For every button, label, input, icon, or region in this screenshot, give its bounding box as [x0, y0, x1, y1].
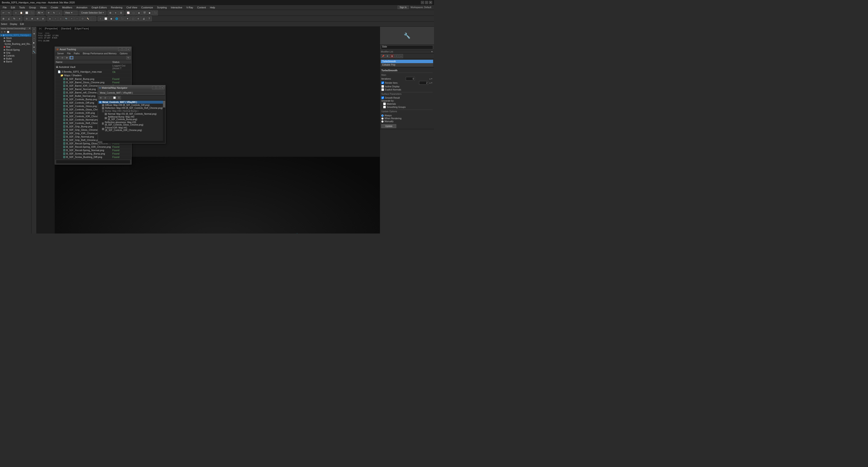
hierarchy-panel-btn[interactable]: ⬦: [32, 36, 36, 40]
rp-name-input[interactable]: Slide: [381, 45, 433, 49]
menu-rendering[interactable]: Rendering: [109, 6, 124, 9]
select-cameras[interactable]: 📷: [64, 16, 69, 21]
at-tb-btn4[interactable]: ⬛: [69, 56, 73, 59]
viewport-plus-label[interactable]: [+]: [38, 27, 42, 30]
mn-bottom-scroll[interactable]: [98, 141, 165, 143]
tree-item-stock[interactable]: Stock: [0, 37, 31, 39]
mn-tb3[interactable]: ↕: [108, 96, 112, 99]
at-row-bitmap-21[interactable]: 🖼 B_92F_Recoil-Spring_Normal.png Found: [55, 149, 131, 152]
at-minimize-btn[interactable]: ─: [118, 48, 122, 51]
at-menu-options[interactable]: Options: [119, 52, 129, 55]
mod-moveup-btn[interactable]: ↑: [395, 54, 399, 58]
select-by-name-button[interactable]: 📋: [19, 10, 24, 16]
menu-modifiers[interactable]: Modifiers: [60, 6, 74, 9]
mn-tb4[interactable]: ⬜: [112, 96, 116, 99]
mn-tb1[interactable]: ⊞: [99, 96, 103, 99]
mod-config-btn[interactable]: ⚙: [385, 54, 390, 58]
menu-tools[interactable]: Tools: [18, 6, 27, 9]
schematic-button[interactable]: ⬚: [131, 10, 136, 16]
mn-item-refl-gloss[interactable]: Reflection glossiness: Map #33 (B_92F_Co…: [98, 121, 165, 126]
maximize-button[interactable]: □: [425, 1, 428, 4]
mn-maximize-btn[interactable]: □: [156, 86, 160, 89]
at-row-bitmap-22[interactable]: 🖼 B_92F_Screw_Bushing_Bump.png Found: [55, 152, 131, 155]
at-row-bitmap-23[interactable]: 🖼 B_92F_Screw_Bushing_Diff.png Found: [55, 155, 131, 159]
scene-filter-btn[interactable]: ⊙: [0, 31, 3, 33]
spinner-snap[interactable]: ≡: [17, 16, 22, 21]
tree-item-barrel[interactable]: Barrel: [0, 60, 31, 63]
ts-smooth-check[interactable]: [381, 96, 384, 99]
at-path-input[interactable]: [56, 160, 130, 164]
mn-item-addl-bump[interactable]: Additional Bump: Map #40 (B_92F_Controls…: [98, 115, 165, 121]
at-menu-server[interactable]: Server: [56, 52, 65, 55]
at-maximize-btn[interactable]: □: [122, 48, 126, 51]
at-menu-bitmap[interactable]: Bitmap Performance and Memory: [81, 52, 118, 55]
tree-item-beretta[interactable]: ▶ Beretta_92FS_Handgun: [0, 34, 31, 37]
mn-item-diffuse[interactable]: Diffuse: Map #39 (B_92F_Controls_Diff.pn…: [98, 104, 165, 107]
tree-item-recoil[interactable]: Recoil-Spring: [0, 49, 31, 51]
menu-animation[interactable]: Animation: [74, 6, 89, 9]
close-button[interactable]: ✕: [429, 1, 432, 4]
viewport[interactable]: [+] [Perspective] [Standard] [Edged Face…: [37, 27, 380, 233]
ts-iter-input[interactable]: [406, 77, 415, 81]
ts-smoothgroups-check[interactable]: [383, 106, 386, 108]
menu-civil-view[interactable]: Civil View: [125, 6, 139, 9]
at-row-bitmap-0[interactable]: 🖼 B_92F_Barrel_Bump.png Found: [55, 77, 131, 81]
at-row-file[interactable]: 📄 3 Beretta_92FS_Handgun_max.max Ok: [55, 70, 131, 74]
invert-sel[interactable]: ⊘: [40, 16, 45, 21]
menu-vray[interactable]: V-Ray: [184, 6, 195, 9]
viewport-perspective-label[interactable]: [Perspective]: [43, 27, 59, 30]
filter-dropdown[interactable]: All ▼: [37, 11, 44, 15]
close-scene-button[interactable]: ✕: [29, 27, 31, 30]
menu-views[interactable]: Views: [38, 6, 49, 9]
viewport-standard-label[interactable]: [Standard]: [60, 27, 72, 30]
create-selection-set-button[interactable]: Create Selection Set ▼: [80, 11, 106, 15]
at-tb-btn3[interactable]: ⊠: [65, 56, 69, 59]
env-tool[interactable]: 🌐: [114, 16, 119, 21]
mn-scrollbar[interactable]: [163, 100, 165, 141]
render-to-tex[interactable]: ⬚: [130, 16, 135, 21]
at-tb-refresh[interactable]: ↻: [126, 56, 130, 59]
menu-graph-editors[interactable]: Graph Editors: [90, 6, 109, 9]
mn-item-bump[interactable]: Bump: Map #30 ( Normal Bump ): [98, 110, 165, 113]
print-size[interactable]: 🖨: [141, 16, 146, 21]
menu-customize[interactable]: Customize: [140, 6, 155, 9]
viewport-dropdown[interactable]: View ▼: [64, 11, 78, 15]
minimize-button[interactable]: ─: [421, 1, 424, 4]
modifier-list-dropdown[interactable]: ▼: [431, 51, 433, 53]
utilities-panel-btn[interactable]: 🔧: [32, 50, 36, 54]
render-material[interactable]: ◉: [109, 16, 114, 21]
mn-item-reflection[interactable]: Reflection: Map #49 (B_92F_Controls_Refl…: [98, 107, 165, 110]
mn-close-btn[interactable]: ✕: [160, 86, 164, 89]
select-lights[interactable]: ☼: [58, 16, 63, 21]
menu-interactive[interactable]: Interactive: [169, 6, 184, 9]
mn-h-thumb[interactable]: [98, 141, 102, 143]
mirror-button[interactable]: ⊞: [108, 10, 113, 16]
redo-button[interactable]: ↪: [6, 10, 11, 16]
tree-item-slide[interactable]: Slide: [0, 39, 31, 42]
create-panel-btn[interactable]: +: [32, 27, 36, 31]
mn-tb5[interactable]: ☰: [117, 96, 121, 99]
mn-tb2[interactable]: ⊟: [103, 96, 107, 99]
ts-render-iters-input[interactable]: [419, 81, 428, 85]
ts-iter-spinner[interactable]: ▲▼: [429, 78, 433, 80]
loop-tool[interactable]: ○: [98, 16, 103, 21]
menu-edit[interactable]: Edit: [9, 6, 17, 9]
layer-manager-button[interactable]: ☰: [119, 10, 124, 16]
menu-group[interactable]: Group: [27, 6, 38, 9]
at-tb-btn2[interactable]: ⊟: [60, 56, 64, 59]
signin-button[interactable]: Sign In: [398, 6, 409, 9]
effect-tool[interactable]: ✦: [125, 16, 130, 21]
graph-editor-button[interactable]: 📈: [126, 10, 131, 16]
mn-scrollbar-thumb[interactable]: [163, 101, 165, 108]
at-menu-file[interactable]: File: [66, 52, 72, 55]
select-bone[interactable]: 🦴: [86, 16, 90, 21]
render-active-button[interactable]: ⬛: [153, 10, 158, 16]
quick-render[interactable]: ⬜: [103, 16, 108, 21]
ts-always-radio[interactable]: [381, 115, 383, 117]
select-space-warps[interactable]: ~: [74, 16, 80, 21]
tree-item-controls[interactable]: Controls: [0, 54, 31, 57]
batch-render[interactable]: ≡: [136, 16, 141, 21]
mod-del-btn[interactable]: 🗑: [390, 54, 394, 58]
display-panel-btn[interactable]: 👁: [32, 45, 36, 49]
ts-render-iters-spinner[interactable]: ▲▼: [429, 82, 433, 84]
